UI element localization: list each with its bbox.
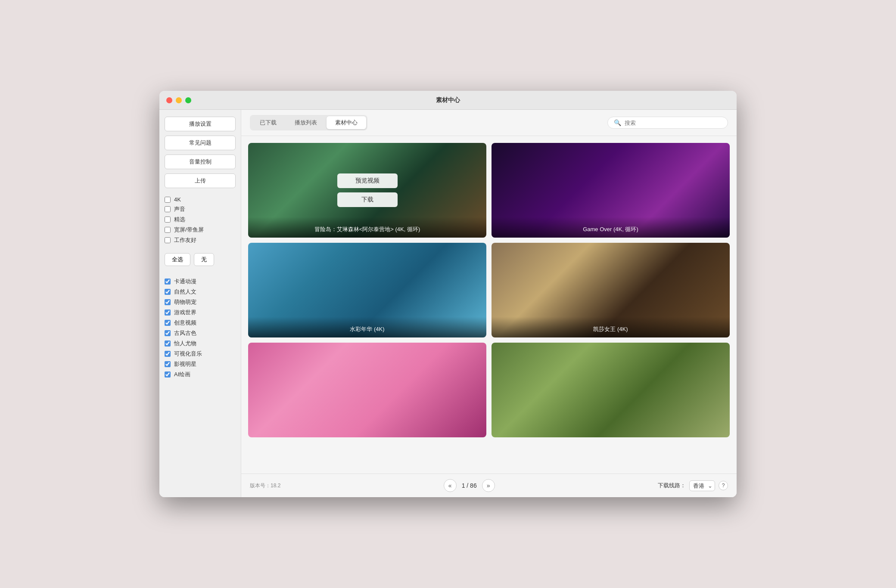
filter-sound-label: 声音	[174, 205, 185, 213]
category-cartoon-label: 卡通动漫	[174, 278, 196, 285]
category-game-world-checkbox[interactable]	[165, 309, 171, 316]
item-watercolor-label: 水彩年华 (4K)	[248, 317, 486, 337]
filter-work-friendly-checkbox[interactable]	[165, 237, 171, 243]
grid-item-anime[interactable]	[248, 343, 486, 437]
faq-button[interactable]: 常见问题	[165, 136, 236, 150]
minimize-button[interactable]	[176, 97, 182, 103]
content-area: 播放设置 常见问题 音量控制 上传 4K 声音 精选	[159, 110, 737, 497]
category-ai-art-checkbox[interactable]	[165, 371, 171, 378]
close-button[interactable]	[166, 97, 172, 103]
next-page-button[interactable]: »	[482, 479, 495, 492]
help-button[interactable]: ?	[719, 481, 728, 490]
traffic-lights	[166, 97, 191, 103]
download-region-select[interactable]: 香港 北京 上海 广州	[689, 480, 715, 491]
sidebar: 播放设置 常见问题 音量控制 上传 4K 声音 精选	[159, 110, 241, 497]
main-window: 素材中心 播放设置 常见问题 音量控制 上传 4K 声音 精选	[159, 91, 737, 497]
category-section: 卡通动漫 自然人文 萌物萌宠 游戏世界 创意视频	[165, 276, 236, 380]
content-grid: 预览视频 下载 冒险岛：艾琳森林<阿尔泰营地> (4K, 循环) Game Ov…	[248, 143, 730, 437]
upload-button[interactable]: 上传	[165, 173, 236, 188]
grid-item-queen[interactable]: 凯莎女王 (4K)	[492, 243, 730, 337]
tab-downloaded[interactable]: 已下载	[251, 116, 285, 129]
item-anime-thumbnail	[248, 343, 486, 437]
footer: 版本号：18.2 « 1 / 86 » 下载线路： 香港 北京 上海 广州	[241, 473, 737, 497]
filter-work-friendly: 工作友好	[165, 235, 236, 245]
item-squirrel-thumbnail	[492, 343, 730, 437]
category-film-stars-checkbox[interactable]	[165, 361, 171, 367]
grid-item-gameover[interactable]: Game Over (4K, 循环)	[492, 143, 730, 238]
search-input[interactable]	[625, 120, 722, 126]
preview-video-button[interactable]: 预览视频	[337, 173, 398, 188]
category-cartoon: 卡通动漫	[165, 276, 236, 287]
category-visual-music-checkbox[interactable]	[165, 351, 171, 357]
filter-sound-checkbox[interactable]	[165, 206, 171, 212]
category-cute-pets-checkbox[interactable]	[165, 299, 171, 305]
filter-sound: 声音	[165, 204, 236, 214]
pagination: « 1 / 86 »	[444, 479, 495, 492]
category-nature-label: 自然人文	[174, 288, 196, 296]
version-label: 版本号：18.2	[250, 482, 280, 489]
filter-featured-checkbox[interactable]	[165, 217, 171, 223]
category-creative-video-checkbox[interactable]	[165, 320, 171, 326]
category-creative-video: 创意视频	[165, 318, 236, 328]
category-ancient-style-label: 古风古色	[174, 329, 196, 337]
category-charming-checkbox[interactable]	[165, 340, 171, 347]
tab-media-center[interactable]: 素材中心	[327, 116, 366, 129]
filter-4k: 4K	[165, 195, 236, 204]
page-info: 1 / 86	[462, 482, 477, 489]
category-game-world-label: 游戏世界	[174, 309, 196, 316]
item-queen-label: 凯莎女王 (4K)	[492, 317, 730, 337]
download-select-wrapper: 香港 北京 上海 广州	[689, 480, 715, 491]
window-title: 素材中心	[436, 96, 460, 104]
filter-widescreen: 宽屏/带鱼屏	[165, 225, 236, 235]
prev-page-button[interactable]: «	[444, 479, 457, 492]
category-ai-art: AI绘画	[165, 369, 236, 380]
none-button[interactable]: 无	[194, 253, 214, 266]
category-cute-pets: 萌物萌宠	[165, 297, 236, 307]
category-nature: 自然人文	[165, 287, 236, 297]
titlebar: 素材中心	[159, 91, 737, 110]
download-button-1[interactable]: 下载	[337, 192, 398, 207]
search-icon: 🔍	[614, 119, 621, 126]
download-line-label: 下载线路：	[658, 482, 686, 489]
filter-widescreen-label: 宽屏/带鱼屏	[174, 226, 204, 234]
category-ai-art-label: AI绘画	[174, 371, 190, 378]
playback-settings-button[interactable]: 播放设置	[165, 117, 236, 131]
category-game-world: 游戏世界	[165, 307, 236, 318]
filter-buttons-row: 全选 无	[165, 253, 236, 266]
filter-4k-checkbox[interactable]	[165, 197, 171, 203]
tab-playlist[interactable]: 播放列表	[286, 116, 326, 129]
main-content: 已下载 播放列表 素材中心 🔍 预览视频 下载	[241, 110, 737, 497]
tabs-bar: 已下载 播放列表 素材中心	[250, 115, 367, 130]
category-charming: 怡人尤物	[165, 338, 236, 349]
volume-control-button[interactable]: 音量控制	[165, 155, 236, 169]
grid-item-adventure[interactable]: 预览视频 下载 冒险岛：艾琳森林<阿尔泰营地> (4K, 循环)	[248, 143, 486, 238]
category-cute-pets-label: 萌物萌宠	[174, 298, 196, 306]
grid-item-squirrel[interactable]	[492, 343, 730, 437]
category-ancient-style: 古风古色	[165, 328, 236, 338]
filter-widescreen-checkbox[interactable]	[165, 227, 171, 233]
category-film-stars: 影视明星	[165, 359, 236, 369]
category-ancient-style-checkbox[interactable]	[165, 330, 171, 336]
filter-4k-label: 4K	[174, 196, 181, 203]
item-gameover-label: Game Over (4K, 循环)	[492, 217, 730, 238]
category-cartoon-checkbox[interactable]	[165, 279, 171, 285]
filter-section: 4K 声音 精选 宽屏/带鱼屏 工作友好	[165, 195, 236, 245]
category-visual-music-label: 可视化音乐	[174, 350, 202, 358]
category-visual-music: 可视化音乐	[165, 349, 236, 359]
select-all-button[interactable]: 全选	[165, 253, 190, 266]
filter-featured: 精选	[165, 214, 236, 225]
grid-item-watercolor[interactable]: 水彩年华 (4K)	[248, 243, 486, 337]
filter-featured-label: 精选	[174, 216, 185, 223]
item-adventure-label: 冒险岛：艾琳森林<阿尔泰营地> (4K, 循环)	[248, 217, 486, 238]
category-charming-label: 怡人尤物	[174, 340, 196, 347]
filter-work-friendly-label: 工作友好	[174, 236, 196, 244]
category-creative-video-label: 创意视频	[174, 319, 196, 327]
grid-area: 预览视频 下载 冒险岛：艾琳森林<阿尔泰营地> (4K, 循环) Game Ov…	[241, 136, 737, 473]
maximize-button[interactable]	[185, 97, 191, 103]
category-film-stars-label: 影视明星	[174, 360, 196, 368]
header: 已下载 播放列表 素材中心 🔍	[241, 110, 737, 136]
category-nature-checkbox[interactable]	[165, 289, 171, 295]
search-box: 🔍	[607, 117, 728, 129]
download-line: 下载线路： 香港 北京 上海 广州 ?	[658, 480, 728, 491]
